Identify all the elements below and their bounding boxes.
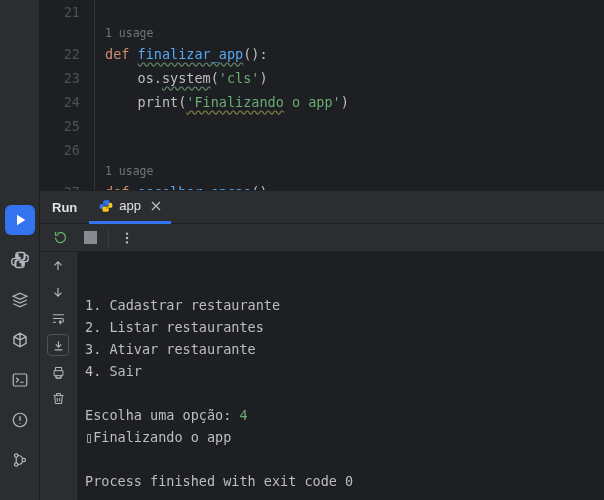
svg-point-8 <box>126 241 128 243</box>
trash-icon[interactable] <box>48 388 68 408</box>
code-line: print('Finalizando o app') <box>105 90 349 114</box>
run-toolbar <box>40 224 604 252</box>
line-number: 22 <box>40 42 80 66</box>
left-tool-strip <box>0 0 40 500</box>
svg-point-3 <box>14 463 17 466</box>
close-icon[interactable] <box>151 201 161 211</box>
console-output[interactable]: 1. Cadastrar restaurante 2. Listar resta… <box>76 252 604 500</box>
stack-icon[interactable] <box>0 280 40 320</box>
svg-point-4 <box>22 458 25 461</box>
print-icon[interactable] <box>48 362 68 382</box>
main-area: 21 22 23 24 25 26 27 1 usage def finaliz… <box>40 0 604 500</box>
scroll-to-end-icon[interactable] <box>47 334 69 356</box>
run-tab-label: app <box>119 198 141 213</box>
code-line <box>105 138 349 162</box>
console-line: 4. Sair <box>85 363 142 379</box>
run-config-tab[interactable]: app <box>89 190 171 224</box>
svg-rect-5 <box>84 231 97 244</box>
vcs-icon[interactable] <box>0 440 40 480</box>
problems-icon[interactable] <box>0 400 40 440</box>
down-arrow-icon[interactable] <box>48 282 68 302</box>
run-tool-label[interactable]: Run <box>40 200 89 215</box>
line-number: 23 <box>40 66 80 90</box>
gutter-spacer <box>40 162 80 180</box>
line-number: 26 <box>40 138 80 162</box>
line-gutter: 21 22 23 24 25 26 27 <box>40 0 95 190</box>
console-line: ▯Finalizando o app <box>85 429 231 445</box>
run-side-toolbar <box>40 252 76 500</box>
python-file-icon <box>99 199 113 213</box>
console-line: 1. Cadastrar restaurante <box>85 297 280 313</box>
toolbar-divider <box>108 229 109 247</box>
usage-hint[interactable]: 1 usage <box>105 24 349 42</box>
run-tab-bar: Run app <box>40 190 604 224</box>
line-number: 25 <box>40 114 80 138</box>
stop-icon[interactable] <box>80 228 100 248</box>
svg-point-2 <box>14 454 17 457</box>
rerun-icon[interactable] <box>50 228 70 248</box>
svg-rect-0 <box>13 374 27 386</box>
code-line: def finalizar_app(): <box>105 42 349 66</box>
services-icon[interactable] <box>0 320 40 360</box>
run-tool-icon[interactable] <box>5 205 35 235</box>
code-line <box>105 0 349 24</box>
python-console-icon[interactable] <box>0 240 40 280</box>
run-panel-body: 1. Cadastrar restaurante 2. Listar resta… <box>40 252 604 500</box>
console-exit-line: Process finished with exit code 0 <box>85 473 353 489</box>
usage-hint[interactable]: 1 usage <box>105 162 349 180</box>
terminal-icon[interactable] <box>0 360 40 400</box>
line-number: 21 <box>40 0 80 24</box>
console-line: 2. Listar restaurantes <box>85 319 264 335</box>
console-line: 3. Ativar restaurante <box>85 341 256 357</box>
up-arrow-icon[interactable] <box>48 256 68 276</box>
console-user-input: 4 <box>239 407 247 423</box>
svg-point-7 <box>126 236 128 238</box>
line-number: 24 <box>40 90 80 114</box>
svg-point-6 <box>126 232 128 234</box>
more-icon[interactable] <box>117 228 137 248</box>
code-line <box>105 114 349 138</box>
soft-wrap-icon[interactable] <box>48 308 68 328</box>
console-prompt: Escolha uma opção: <box>85 407 239 423</box>
code-lines: 1 usage def finalizar_app(): os.system('… <box>95 0 349 190</box>
code-line: os.system('cls') <box>105 66 349 90</box>
gutter-spacer <box>40 24 80 42</box>
code-editor[interactable]: 21 22 23 24 25 26 27 1 usage def finaliz… <box>40 0 604 190</box>
